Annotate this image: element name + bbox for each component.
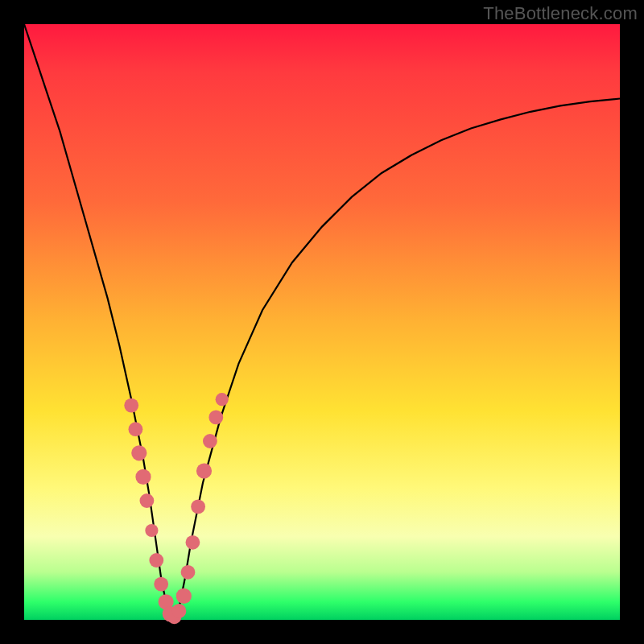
curve-marker: [172, 604, 187, 618]
curve-marker: [181, 565, 196, 580]
curve-marker: [140, 493, 155, 508]
curve-marker: [154, 577, 168, 592]
curve-marker: [176, 588, 192, 604]
curve-marker: [124, 398, 138, 413]
chart-frame: TheBottleneck.com: [0, 0, 644, 644]
curve-svg: [24, 24, 620, 620]
curve-marker: [129, 422, 143, 436]
marker-group: [124, 393, 229, 624]
plot-area: [24, 24, 620, 620]
curve-marker: [196, 463, 212, 478]
curve-marker: [216, 393, 229, 406]
curve-marker: [203, 434, 217, 448]
watermark-text: TheBottleneck.com: [483, 3, 638, 24]
curve-marker: [135, 469, 151, 485]
curve-marker: [149, 553, 163, 568]
curve-marker: [186, 535, 200, 550]
bottleneck-curve: [24, 24, 620, 620]
curve-marker: [131, 445, 147, 460]
curve-marker: [191, 500, 205, 514]
curve-marker: [208, 411, 223, 425]
curve-marker: [145, 524, 158, 537]
